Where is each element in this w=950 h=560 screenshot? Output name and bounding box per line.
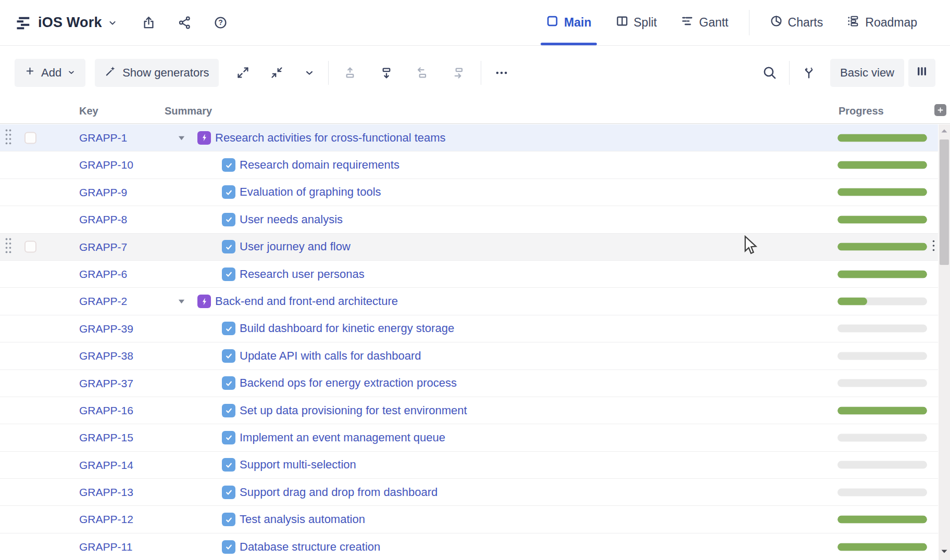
indent-button[interactable]: [453, 66, 466, 80]
row-checkbox[interactable]: [24, 241, 36, 253]
outdent-button[interactable]: [416, 66, 430, 80]
columns-button[interactable]: [908, 59, 935, 87]
issue-summary-link[interactable]: Implement an event management queue: [240, 431, 445, 444]
issue-key-link[interactable]: GRAPP-13: [79, 479, 133, 506]
column-header-key[interactable]: Key: [79, 99, 98, 123]
progress-fill: [838, 298, 867, 306]
issue-summary-link[interactable]: Back-end and front-end architecture: [215, 295, 398, 308]
progress-fill: [838, 134, 927, 142]
table-row[interactable]: GRAPP-6 Research user personas: [0, 261, 938, 288]
summary-cell: User needs analysis: [178, 206, 343, 233]
issue-summary-link[interactable]: User needs analysis: [240, 213, 343, 226]
scrollbar-thumb[interactable]: [940, 139, 949, 265]
tab-roadmap[interactable]: Roadmap: [847, 0, 917, 45]
issue-key-link[interactable]: GRAPP-2: [79, 288, 127, 315]
help-button[interactable]: ?: [214, 16, 228, 30]
row-actions-kebab[interactable]: [932, 239, 935, 254]
progress-fill: [838, 270, 927, 278]
column-header-summary[interactable]: Summary: [165, 99, 212, 123]
table-row[interactable]: GRAPP-16 Set up data provisioning for te…: [0, 397, 938, 424]
issue-type-icon: [222, 268, 235, 281]
table-row[interactable]: GRAPP-8 User needs analysis: [0, 206, 938, 233]
summary-cell: Implement an event management queue: [178, 424, 445, 451]
issue-key-link[interactable]: GRAPP-8: [79, 206, 127, 233]
scroll-down-icon[interactable]: [940, 547, 948, 557]
tab-main[interactable]: Main: [546, 0, 591, 45]
table-row[interactable]: GRAPP-15 Implement an event management q…: [0, 424, 938, 451]
issue-key-link[interactable]: GRAPP-9: [79, 179, 127, 206]
structure-switcher-chevron-icon[interactable]: [107, 18, 118, 28]
add-column-button[interactable]: [934, 104, 946, 116]
table-row[interactable]: GRAPP-39 Build dashboard for kinetic ene…: [0, 315, 938, 342]
issue-summary-link[interactable]: Support multi-selection: [240, 458, 356, 472]
issue-key-link[interactable]: GRAPP-38: [79, 342, 133, 370]
column-header-progress[interactable]: Progress: [839, 99, 884, 123]
structure-title[interactable]: iOS Work: [38, 15, 102, 31]
issue-summary-link[interactable]: Research user personas: [240, 268, 365, 281]
table-row[interactable]: GRAPP-13 Support drag and drop from dash…: [0, 479, 938, 506]
table-row[interactable]: GRAPP-38 Update API with calls for dashb…: [0, 342, 938, 370]
issue-key-link[interactable]: GRAPP-15: [79, 424, 133, 451]
tab-gantt[interactable]: Gantt: [681, 0, 728, 45]
expand-collapse-chevron-icon[interactable]: [178, 298, 197, 304]
issue-key-link[interactable]: GRAPP-39: [79, 315, 133, 342]
view-selector-button[interactable]: Basic view: [830, 59, 904, 87]
table-row[interactable]: GRAPP-11 Database structure creation: [0, 533, 938, 560]
summary-cell: Support drag and drop from dashboard: [178, 479, 438, 505]
issue-key-link[interactable]: GRAPP-10: [79, 151, 133, 179]
progress-bar: [838, 461, 927, 469]
table-row[interactable]: GRAPP-1 Research activities for cross-fu…: [0, 124, 938, 151]
smart-filter-button[interactable]: [802, 66, 816, 80]
export-button[interactable]: [142, 16, 156, 30]
more-actions-button[interactable]: [495, 66, 508, 80]
row-checkbox[interactable]: [24, 132, 36, 144]
table-row[interactable]: GRAPP-12 Test analysis automation: [0, 506, 938, 533]
collapse-all-button[interactable]: [270, 66, 283, 79]
issue-key-link[interactable]: GRAPP-12: [79, 506, 133, 533]
move-up-button[interactable]: [343, 66, 357, 80]
issue-key-link[interactable]: GRAPP-6: [79, 261, 127, 288]
issue-key-link[interactable]: GRAPP-1: [79, 124, 127, 151]
tab-split[interactable]: Split: [616, 0, 657, 45]
search-button[interactable]: [762, 66, 777, 80]
tab-charts[interactable]: Charts: [770, 0, 823, 45]
plus-icon: [24, 66, 35, 80]
issue-summary-link[interactable]: Test analysis automation: [240, 513, 365, 526]
issue-summary-link[interactable]: Database structure creation: [240, 540, 380, 554]
issue-key-link[interactable]: GRAPP-14: [79, 452, 133, 479]
drag-handle-icon[interactable]: [4, 128, 12, 147]
issue-key-link[interactable]: GRAPP-7: [79, 234, 127, 261]
add-button[interactable]: Add: [15, 59, 85, 87]
table-row[interactable]: GRAPP-9 Evaluation of graphing tools: [0, 179, 938, 206]
issue-type-icon: [222, 185, 235, 199]
issue-summary-link[interactable]: Backend ops for energy extraction proces…: [240, 376, 457, 390]
table-row[interactable]: GRAPP-7 User journey and flow: [0, 234, 938, 261]
table-row[interactable]: GRAPP-37 Backend ops for energy extracti…: [0, 370, 938, 397]
expand-collapse-chevron-icon[interactable]: [178, 135, 197, 141]
issue-key-link[interactable]: GRAPP-37: [79, 370, 133, 397]
summary-cell: Research activities for cross-functional…: [178, 124, 446, 151]
show-generators-button[interactable]: Show generators: [95, 59, 219, 87]
share-button[interactable]: [178, 16, 192, 30]
issue-summary-link[interactable]: Research activities for cross-functional…: [215, 131, 446, 145]
structure-toolbar: Add Show generators: [0, 46, 950, 99]
expand-level-chevron-button[interactable]: [304, 68, 315, 78]
scroll-up-icon[interactable]: [940, 127, 948, 137]
vertical-scrollbar[interactable]: [939, 124, 950, 560]
issue-summary-link[interactable]: Build dashboard for kinetic energy stora…: [240, 322, 454, 335]
issue-type-icon: [222, 431, 235, 444]
table-row[interactable]: GRAPP-2 Back-end and front-end architect…: [0, 288, 938, 315]
table-row[interactable]: GRAPP-10 Research domain requirements: [0, 151, 938, 179]
issue-summary-link[interactable]: Update API with calls for dashboard: [240, 349, 421, 363]
issue-key-link[interactable]: GRAPP-11: [79, 533, 132, 560]
move-down-button[interactable]: [380, 66, 393, 80]
issue-summary-link[interactable]: Research domain requirements: [240, 158, 399, 172]
table-row[interactable]: GRAPP-14 Support multi-selection: [0, 452, 938, 479]
issue-summary-link[interactable]: Support drag and drop from dashboard: [240, 486, 438, 499]
drag-handle-icon[interactable]: [4, 237, 12, 257]
issue-summary-link[interactable]: User journey and flow: [240, 240, 351, 253]
issue-summary-link[interactable]: Evaluation of graphing tools: [240, 185, 381, 199]
issue-key-link[interactable]: GRAPP-16: [79, 397, 133, 424]
expand-all-button[interactable]: [236, 66, 249, 79]
issue-summary-link[interactable]: Set up data provisioning for test enviro…: [240, 404, 467, 417]
